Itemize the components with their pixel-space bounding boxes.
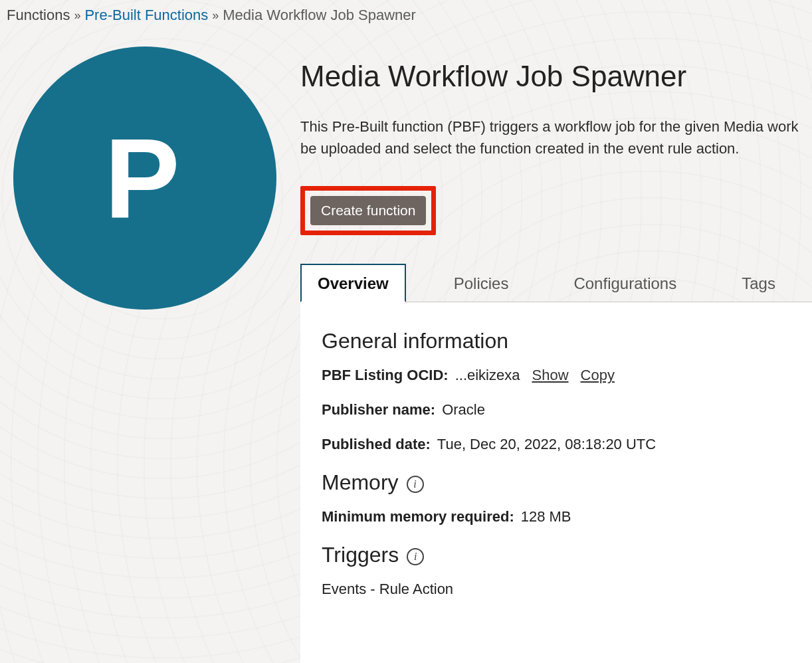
section-heading-general: General information	[322, 329, 508, 353]
breadcrumb: Functions » Pre-Built Functions » Media …	[7, 7, 812, 24]
breadcrumb-root: Functions	[7, 7, 70, 24]
link-show-ocid[interactable]: Show	[532, 367, 568, 384]
description-line2: be uploaded and select the function crea…	[300, 140, 739, 157]
panel-overview: General information PBF Listing OCID: ..…	[300, 302, 812, 663]
value-min-memory: 128 MB	[521, 508, 571, 525]
label-published-date: Published date:	[322, 436, 431, 453]
info-icon[interactable]: i	[407, 476, 424, 493]
row-ocid: PBF Listing OCID: ...eikizexa Show Copy	[322, 367, 791, 384]
section-triggers: Triggers i	[322, 543, 791, 567]
create-function-button[interactable]: Create function	[310, 196, 426, 225]
info-icon[interactable]: i	[407, 548, 424, 565]
highlight-box: Create function	[300, 186, 436, 235]
label-ocid: PBF Listing OCID:	[322, 367, 449, 384]
value-published-date: Tue, Dec 20, 2022, 08:18:20 UTC	[437, 436, 656, 453]
row-published-date: Published date: Tue, Dec 20, 2022, 08:18…	[322, 436, 791, 453]
tabs: Overview Policies Configurations Tags	[300, 263, 812, 302]
tab-tags[interactable]: Tags	[724, 264, 793, 302]
tab-configurations[interactable]: Configurations	[556, 264, 694, 302]
description: This Pre-Built function (PBF) triggers a…	[300, 116, 812, 159]
section-heading-memory: Memory	[322, 470, 399, 495]
description-line1: This Pre-Built function (PBF) triggers a…	[300, 118, 799, 135]
breadcrumb-link-prebuilt-functions[interactable]: Pre-Built Functions	[84, 7, 208, 24]
tab-overview[interactable]: Overview	[300, 264, 406, 302]
row-min-memory: Minimum memory required: 128 MB	[322, 508, 791, 525]
section-memory: Memory i	[322, 470, 791, 495]
value-ocid: ...eikizexa	[455, 367, 520, 384]
breadcrumb-current: Media Workflow Job Spawner	[223, 7, 416, 24]
value-triggers: Events - Rule Action	[322, 581, 791, 598]
value-publisher: Oracle	[442, 401, 485, 419]
chevron-right-icon: »	[212, 9, 219, 23]
tab-policies[interactable]: Policies	[437, 264, 526, 302]
label-min-memory: Minimum memory required:	[322, 508, 514, 525]
label-publisher: Publisher name:	[322, 401, 435, 419]
page-title: Media Workflow Job Spawner	[300, 60, 812, 93]
avatar-letter: P	[104, 113, 185, 243]
chevron-right-icon: »	[74, 9, 80, 23]
link-copy-ocid[interactable]: Copy	[581, 367, 615, 384]
section-general-information: General information	[322, 329, 791, 353]
avatar: P	[13, 47, 276, 310]
row-publisher: Publisher name: Oracle	[322, 401, 791, 419]
section-heading-triggers: Triggers	[322, 543, 399, 567]
